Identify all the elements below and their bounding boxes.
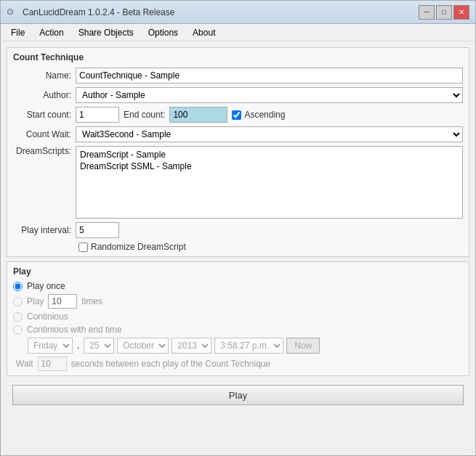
play-times-radio[interactable] (13, 297, 23, 306)
dreamscript-item-2[interactable]: DreamScript SSML - Sample (78, 160, 460, 172)
dreamscript-item-1[interactable]: DreamScript - Sample (78, 149, 460, 160)
author-label: Author: (13, 90, 71, 100)
close-button[interactable]: ✕ (453, 5, 469, 20)
wait-suffix: seconds between each play of the Count T… (71, 359, 271, 369)
main-window: ⊙ CanLucidDream 1.0.2.4 - Beta Release ─… (0, 0, 476, 456)
play-header: Play (13, 266, 463, 277)
year-select[interactable]: 2013 (172, 338, 211, 354)
menu-action[interactable]: Action (32, 26, 70, 39)
play-once-radio[interactable] (13, 282, 23, 291)
menu-file[interactable]: File (4, 26, 32, 39)
title-bar: ⊙ CanLucidDream 1.0.2.4 - Beta Release ─… (1, 1, 475, 24)
count-technique-header: Count Technique (13, 52, 463, 62)
times-suffix: times (81, 296, 102, 306)
continuous-label: Continious (27, 312, 68, 322)
time-select[interactable]: 3:58:27 p.m. (214, 338, 283, 354)
count-row: Start count: End count: Ascending (13, 107, 463, 123)
menu-bar: File Action Share Objects Options About (1, 24, 475, 41)
dot-separator: . (77, 341, 79, 351)
app-icon: ⊙ (7, 7, 18, 18)
title-bar-left: ⊙ CanLucidDream 1.0.2.4 - Beta Release (7, 7, 174, 18)
wait-row: Wait seconds between each play of the Co… (13, 357, 463, 371)
continuous-end-radio[interactable] (13, 325, 23, 335)
start-count-label: Start count: (13, 110, 71, 120)
ascending-checkbox[interactable] (232, 110, 241, 120)
play-once-label: Play once (27, 281, 65, 291)
count-wait-label: Count Wait: (13, 129, 71, 139)
continuous-radio[interactable] (13, 312, 23, 322)
menu-about[interactable]: About (185, 26, 222, 39)
play-section: Play Play once Play times Continious (7, 261, 469, 376)
name-label: Name: (13, 70, 71, 81)
play-once-row: Play once (13, 281, 463, 291)
dreamscripts-label: DreamScripts: (13, 146, 71, 156)
resize-grip[interactable]: ⋱ (467, 447, 475, 455)
play-interval-row: Play interval: (13, 222, 463, 238)
window-title: CanLucidDream 1.0.2.4 - Beta Release (23, 7, 174, 17)
play-times-input[interactable] (48, 294, 77, 309)
randomize-checkbox[interactable] (78, 243, 88, 252)
date-select[interactable]: 25 (84, 338, 114, 354)
datetime-row: Friday . 25 October 2013 3:58:27 p.m. No… (13, 338, 463, 354)
month-select[interactable]: October (117, 338, 169, 354)
randomize-row: Randomize DreamScript (13, 242, 463, 252)
dreamscripts-row: DreamScripts: DreamScript - Sample Dream… (13, 146, 463, 219)
menu-options[interactable]: Options (141, 26, 185, 39)
continuous-row: Continious (13, 312, 463, 322)
maximize-button[interactable]: □ (436, 5, 452, 20)
wait-label: Wait (16, 359, 33, 369)
main-content: Count Technique Name: Author: Author - S… (1, 41, 475, 455)
day-select[interactable]: Friday (28, 338, 73, 354)
dreamscripts-list[interactable]: DreamScript - Sample DreamScript SSML - … (76, 146, 463, 219)
count-technique-section: Count Technique Name: Author: Author - S… (7, 47, 469, 257)
menu-share-objects[interactable]: Share Objects (71, 26, 141, 39)
ascending-label[interactable]: Ascending (232, 110, 285, 120)
count-wait-select[interactable]: Wait3Second - Sample (76, 126, 463, 142)
play-button[interactable]: Play (12, 385, 464, 405)
author-row: Author: Author - Sample (13, 87, 463, 103)
author-select[interactable]: Author - Sample (76, 87, 463, 103)
end-count-input[interactable] (169, 107, 227, 123)
play-interval-input[interactable] (76, 222, 119, 238)
wait-input[interactable] (38, 357, 67, 371)
start-count-input[interactable] (76, 107, 119, 123)
now-button[interactable]: Now (286, 338, 320, 354)
title-controls: ─ □ ✕ (419, 5, 469, 20)
name-row: Name: (13, 68, 463, 84)
count-wait-row: Count Wait: Wait3Second - Sample (13, 126, 463, 142)
play-times-label: Play (27, 296, 44, 306)
play-times-row: Play times (13, 294, 463, 309)
randomize-label[interactable]: Randomize DreamScript (78, 242, 186, 252)
end-count-label: End count: (124, 110, 165, 120)
play-button-row: Play (7, 380, 469, 410)
name-input[interactable] (76, 68, 463, 84)
continuous-end-label: Continious with end time (27, 325, 122, 335)
minimize-button[interactable]: ─ (419, 5, 435, 20)
play-interval-label: Play interval: (13, 225, 71, 235)
continuous-end-row: Continious with end time (13, 325, 463, 335)
